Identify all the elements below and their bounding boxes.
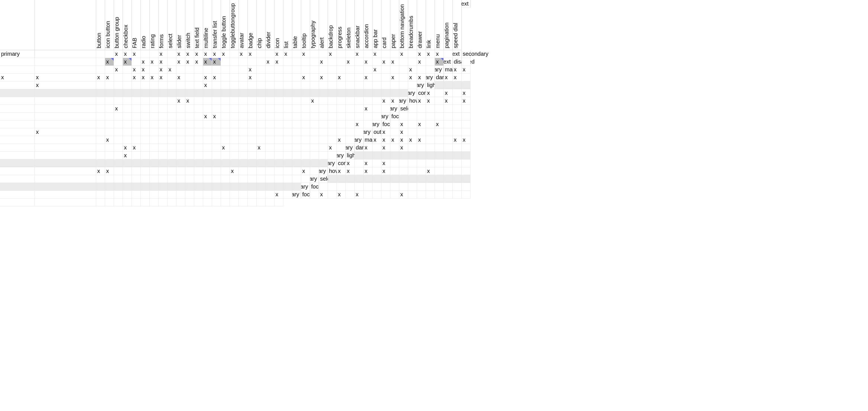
data-cell[interactable] — [150, 50, 158, 58]
row-token-label[interactable]: focusVisible — [301, 191, 310, 199]
data-cell[interactable]: x — [105, 167, 114, 175]
data-cell[interactable] — [203, 136, 212, 144]
data-cell[interactable] — [274, 66, 283, 74]
data-cell[interactable] — [292, 74, 301, 81]
column-header[interactable]: menu — [435, 0, 444, 50]
data-cell[interactable] — [310, 167, 319, 175]
data-cell[interactable]: x — [203, 58, 212, 66]
data-cell[interactable] — [150, 152, 158, 159]
data-cell[interactable] — [230, 183, 239, 191]
data-cell[interactable]: x — [176, 58, 185, 66]
data-cell[interactable] — [194, 113, 203, 120]
data-cell[interactable] — [301, 152, 310, 159]
data-cell[interactable] — [105, 89, 114, 97]
data-cell[interactable] — [337, 58, 346, 66]
data-cell[interactable]: x — [203, 50, 212, 58]
data-cell[interactable] — [301, 81, 310, 89]
data-cell[interactable] — [417, 183, 426, 191]
data-cell[interactable] — [328, 120, 337, 128]
data-cell[interactable] — [399, 89, 408, 97]
data-cell[interactable]: x — [364, 74, 372, 81]
data-cell[interactable] — [167, 58, 176, 66]
data-cell[interactable] — [194, 175, 203, 183]
data-cell[interactable] — [390, 81, 399, 89]
data-cell[interactable] — [230, 175, 239, 183]
data-cell[interactable] — [0, 113, 35, 120]
data-cell[interactable] — [301, 120, 310, 128]
data-cell[interactable] — [105, 120, 114, 128]
data-cell[interactable] — [453, 120, 462, 128]
data-cell[interactable] — [444, 191, 453, 199]
data-cell[interactable] — [114, 175, 123, 183]
data-cell[interactable] — [212, 199, 221, 206]
data-cell[interactable] — [150, 199, 158, 206]
data-cell[interactable] — [185, 105, 194, 113]
data-cell[interactable] — [35, 89, 96, 97]
data-cell[interactable] — [212, 136, 221, 144]
data-cell[interactable] — [372, 89, 381, 97]
data-cell[interactable]: x — [399, 136, 408, 144]
data-cell[interactable]: x — [141, 58, 150, 66]
data-cell[interactable] — [256, 152, 266, 159]
data-cell[interactable] — [123, 105, 132, 113]
data-cell[interactable] — [230, 97, 239, 105]
data-cell[interactable] — [426, 66, 435, 74]
data-cell[interactable] — [328, 136, 337, 144]
data-cell[interactable]: x — [399, 120, 408, 128]
data-cell[interactable] — [212, 128, 221, 136]
data-cell[interactable] — [212, 175, 221, 183]
data-cell[interactable] — [266, 175, 274, 183]
data-cell[interactable] — [408, 58, 417, 66]
data-cell[interactable] — [274, 81, 283, 89]
data-cell[interactable]: x — [453, 74, 462, 81]
data-cell[interactable] — [319, 136, 328, 144]
data-cell[interactable]: x — [417, 50, 426, 58]
data-cell[interactable] — [301, 136, 310, 144]
data-cell[interactable] — [292, 159, 301, 167]
data-cell[interactable] — [114, 191, 123, 199]
data-cell[interactable] — [453, 159, 462, 167]
data-cell[interactable] — [381, 105, 390, 113]
data-cell[interactable] — [132, 136, 141, 144]
data-cell[interactable] — [114, 159, 123, 167]
data-cell[interactable]: x — [212, 58, 221, 66]
data-cell[interactable] — [283, 97, 292, 105]
data-cell[interactable] — [96, 58, 105, 66]
data-cell[interactable] — [35, 199, 96, 206]
data-cell[interactable] — [372, 191, 381, 199]
data-cell[interactable]: x — [123, 144, 132, 152]
data-cell[interactable] — [35, 58, 96, 66]
data-cell[interactable] — [141, 97, 150, 105]
column-header[interactable]: FAB — [132, 0, 141, 50]
data-cell[interactable]: x — [185, 50, 194, 58]
data-cell[interactable]: x — [248, 50, 256, 58]
data-cell[interactable]: x — [328, 144, 337, 152]
data-cell[interactable]: x — [141, 74, 150, 81]
data-cell[interactable] — [0, 89, 35, 97]
data-cell[interactable] — [203, 97, 212, 105]
data-cell[interactable] — [328, 97, 337, 105]
data-cell[interactable] — [96, 81, 105, 89]
data-cell[interactable] — [194, 89, 203, 97]
data-cell[interactable] — [194, 120, 203, 128]
data-cell[interactable] — [167, 175, 176, 183]
data-cell[interactable] — [283, 128, 292, 136]
data-cell[interactable] — [230, 66, 239, 74]
data-cell[interactable]: x — [364, 144, 372, 152]
data-cell[interactable] — [408, 144, 417, 152]
data-cell[interactable] — [123, 199, 132, 206]
data-cell[interactable]: x — [435, 58, 444, 66]
data-cell[interactable] — [292, 50, 301, 58]
data-cell[interactable] — [301, 144, 310, 152]
data-cell[interactable]: x — [114, 50, 123, 58]
data-cell[interactable] — [408, 175, 417, 183]
data-cell[interactable]: x — [158, 58, 167, 66]
row-token-label[interactable]: contrast — [337, 159, 346, 167]
data-cell[interactable] — [212, 167, 221, 175]
data-cell[interactable] — [203, 66, 212, 74]
data-cell[interactable] — [337, 97, 346, 105]
data-cell[interactable] — [176, 191, 185, 199]
data-cell[interactable] — [390, 144, 399, 152]
data-cell[interactable] — [453, 152, 462, 159]
column-header[interactable]: button — [96, 0, 105, 50]
